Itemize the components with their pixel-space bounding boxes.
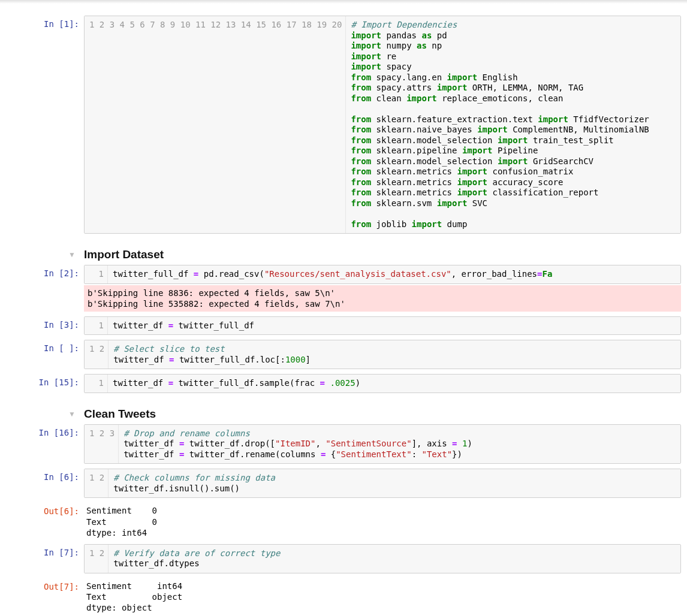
code-input-area[interactable]: 1 2 # Check columns for missing data twi…	[84, 469, 681, 498]
line-number-gutter: 1 2	[85, 469, 109, 497]
cell-content: 1 2 # Verify data are of correct type tw…	[84, 544, 681, 573]
text-output: Sentiment 0 Text 0 dtype: int64	[84, 503, 681, 539]
input-prompt: In [ ]:	[6, 340, 84, 369]
output-cell: Out[6]: Sentiment 0 Text 0 dtype: int64	[6, 502, 681, 540]
code-input-area[interactable]: 1 2 # Verify data are of correct type tw…	[84, 544, 681, 573]
input-prompt: In [7]:	[6, 544, 84, 573]
code-body[interactable]: # Import Dependencies import pandas as p…	[346, 16, 680, 233]
collapse-toggle[interactable]: ▼	[6, 410, 84, 418]
input-prompt: In [3]:	[6, 316, 84, 336]
cell-content: 1 twitter_df = twitter_full_df	[84, 316, 681, 336]
code-input-area[interactable]: 1 twitter_full_df = pd.read_csv("Resourc…	[84, 265, 681, 284]
cell-content: Sentiment int64 Text object dtype: objec…	[84, 578, 681, 615]
collapse-toggle[interactable]: ▼	[6, 250, 84, 259]
code-cell: In [7]: 1 2 # Verify data are of correct…	[6, 543, 681, 575]
heading-text: Clean Tweets	[84, 407, 156, 421]
input-prompt: In [16]:	[6, 424, 84, 464]
code-cell: In [3]: 1 twitter_df = twitter_full_df	[6, 315, 681, 337]
cell-content: 1 twitter_full_df = pd.read_csv("Resourc…	[84, 265, 681, 312]
line-number-gutter: 1	[85, 265, 108, 283]
code-cell: In [16]: 1 2 3 # Drop and rename columns…	[6, 423, 681, 466]
code-body[interactable]: # Select slice to test twitter_df = twit…	[109, 340, 680, 369]
input-prompt: In [6]:	[6, 469, 84, 498]
output-cell: Out[7]: Sentiment int64 Text object dtyp…	[6, 577, 681, 616]
cell-content: 1 2 # Check columns for missing data twi…	[84, 469, 681, 498]
code-input-area[interactable]: 1 twitter_df = twitter_full_df	[84, 316, 681, 336]
cell-content: Sentiment 0 Text 0 dtype: int64	[84, 503, 681, 539]
code-body[interactable]: twitter_df = twitter_full_df	[108, 317, 680, 335]
output-prompt: Out[6]:	[6, 503, 84, 539]
code-cell: In [15]: 1 twitter_df = twitter_full_df.…	[6, 373, 681, 394]
stderr-output: b'Skipping line 8836: expected 4 fields,…	[84, 285, 681, 312]
code-input-area[interactable]: 1 2 3 # Drop and rename columns twitter_…	[84, 424, 681, 464]
input-prompt: In [1]:	[6, 16, 84, 234]
output-prompt: Out[7]:	[6, 578, 84, 615]
chevron-down-icon: ▼	[68, 410, 76, 418]
cell-content: 1 2 3 4 5 6 7 8 9 10 11 12 13 14 15 16 1…	[84, 16, 681, 234]
code-cell: In [6]: 1 2 # Check columns for missing …	[6, 467, 681, 499]
line-number-gutter: 1	[85, 317, 108, 335]
code-body[interactable]: # Check columns for missing data twitter…	[109, 469, 680, 497]
heading-cell: ▼ Clean Tweets	[6, 407, 681, 421]
heading-cell: ▼ Import Dataset	[6, 248, 681, 261]
input-prompt: In [15]:	[6, 374, 84, 393]
heading-text: Import Dataset	[84, 248, 164, 261]
code-input-area[interactable]: 1 twitter_df = twitter_full_df.sample(fr…	[84, 374, 681, 393]
notebook-container: In [1]: 1 2 3 4 5 6 7 8 9 10 11 12 13 14…	[0, 4, 687, 616]
code-input-area[interactable]: 1 2 # Select slice to test twitter_df = …	[84, 340, 681, 369]
line-number-gutter: 1 2 3 4 5 6 7 8 9 10 11 12 13 14 15 16 1…	[85, 16, 346, 233]
cell-content: 1 twitter_df = twitter_full_df.sample(fr…	[84, 374, 681, 393]
cell-content: 1 2 # Select slice to test twitter_df = …	[84, 340, 681, 369]
code-body[interactable]: # Drop and rename columns twitter_df = t…	[119, 425, 680, 464]
code-body[interactable]: twitter_df = twitter_full_df.sample(frac…	[108, 375, 680, 392]
chevron-down-icon: ▼	[68, 250, 76, 259]
code-cell: In [1]: 1 2 3 4 5 6 7 8 9 10 11 12 13 14…	[6, 14, 681, 235]
code-body[interactable]: twitter_full_df = pd.read_csv("Resources…	[108, 265, 680, 283]
code-input-area[interactable]: 1 2 3 4 5 6 7 8 9 10 11 12 13 14 15 16 1…	[84, 16, 681, 234]
code-body[interactable]: # Verify data are of correct type twitte…	[109, 545, 680, 573]
text-output: Sentiment int64 Text object dtype: objec…	[84, 578, 681, 615]
line-number-gutter: 1	[85, 375, 108, 392]
input-prompt: In [2]:	[6, 265, 84, 312]
line-number-gutter: 1 2 3	[85, 425, 119, 464]
line-number-gutter: 1 2	[85, 340, 109, 369]
line-number-gutter: 1 2	[85, 545, 109, 573]
code-cell: In [2]: 1 twitter_full_df = pd.read_csv(…	[6, 264, 681, 313]
cell-content: 1 2 3 # Drop and rename columns twitter_…	[84, 424, 681, 464]
code-cell: In [ ]: 1 2 # Select slice to test twitt…	[6, 339, 681, 370]
